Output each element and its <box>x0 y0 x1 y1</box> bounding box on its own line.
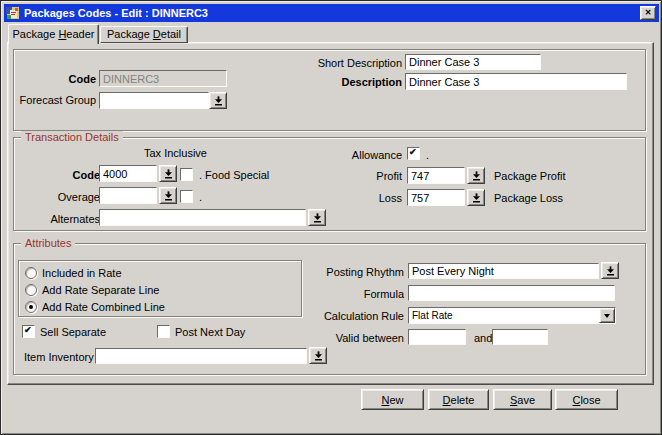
lov-down-arrow-icon <box>164 191 173 201</box>
profit-lov-button[interactable] <box>467 167 485 184</box>
overage-label: Overage <box>42 191 100 204</box>
chevron-down-icon <box>604 314 610 321</box>
calculation-rule-label: Calculation Rule <box>304 310 404 323</box>
new-button[interactable]: New <box>361 389 424 410</box>
valid-from-field[interactable] <box>408 329 466 345</box>
allowance-checkbox[interactable] <box>407 147 420 160</box>
close-icon: ✕ <box>645 8 652 17</box>
calculation-rule-combobox[interactable]: Flat Rate <box>408 307 616 324</box>
food-special-label: . Food Special <box>199 169 269 182</box>
formula-label: Formula <box>304 288 404 301</box>
tax-inclusive-label: Tax Inclusive <box>144 147 207 160</box>
package-loss-label: Package Loss <box>494 192 563 205</box>
short-description-field[interactable] <box>405 54 541 70</box>
calculation-rule-value: Flat Rate <box>409 310 599 321</box>
header-section: Code Forecast Group Short Description De… <box>13 49 646 131</box>
close-window-button[interactable]: Close <box>555 389 618 410</box>
loss-lov-button[interactable] <box>467 189 485 206</box>
lov-down-arrow-icon <box>314 351 323 361</box>
lov-down-arrow-icon <box>214 96 223 106</box>
sell-separate-label: Sell Separate <box>40 326 106 339</box>
lov-down-arrow-icon <box>472 193 481 203</box>
tab-package-detail[interactable]: Package Detail <box>100 26 188 43</box>
title-bar: Packages Codes - Edit : DINNERC3 ✕ <box>4 4 659 22</box>
and-label: and <box>474 332 492 345</box>
attributes-title: Attributes <box>21 237 75 249</box>
valid-to-field[interactable] <box>492 329 548 345</box>
add-rate-separate-line-radio[interactable] <box>25 284 37 296</box>
app-icon <box>6 7 20 20</box>
alternates-field[interactable] <box>99 209 306 226</box>
lov-down-arrow-icon <box>606 266 615 276</box>
post-next-day-label: Post Next Day <box>175 326 245 339</box>
food-special-checkbox[interactable] <box>180 168 193 181</box>
combo-dropdown-button[interactable] <box>599 308 615 323</box>
allowance-checkbox-suffix: . <box>426 149 429 162</box>
allowance-label: Allowance <box>302 149 402 162</box>
tab-package-header[interactable]: Package Header <box>8 24 99 44</box>
formula-field[interactable] <box>408 285 615 301</box>
item-inventory-lov-button[interactable] <box>309 347 327 364</box>
transaction-details-title: Transaction Details <box>21 131 123 143</box>
loss-field[interactable] <box>407 189 465 206</box>
code-label: Code <box>32 73 96 86</box>
lov-down-arrow-icon <box>164 169 173 179</box>
item-inventory-field[interactable] <box>95 348 307 364</box>
rate-options-group: Included in Rate Add Rate Separate Line … <box>18 260 302 317</box>
delete-button[interactable]: Delete <box>428 389 489 410</box>
add-rate-combined-line-radio[interactable] <box>25 301 37 313</box>
transaction-details-section: Transaction Details Tax Inclusive Code .… <box>13 137 646 231</box>
alternates-label: Alternates <box>39 213 100 226</box>
profit-field[interactable] <box>407 167 465 184</box>
save-button[interactable]: Save <box>493 389 552 410</box>
transaction-code-field[interactable] <box>99 165 157 182</box>
forecast-group-label: Forecast Group <box>14 94 96 107</box>
posting-rhythm-label: Posting Rhythm <box>304 266 404 279</box>
posting-rhythm-field[interactable] <box>408 263 599 279</box>
forecast-group-lov-button[interactable] <box>209 92 227 109</box>
included-in-rate-radio[interactable] <box>25 267 37 279</box>
description-field[interactable] <box>405 73 627 90</box>
sell-separate-checkbox[interactable] <box>22 325 35 338</box>
valid-between-label: Valid between <box>304 332 404 345</box>
window-title: Packages Codes - Edit : DINNERC3 <box>24 7 208 19</box>
close-button[interactable]: ✕ <box>640 6 656 20</box>
add-rate-combined-line-label: Add Rate Combined Line <box>42 301 165 314</box>
transaction-code-label: Code <box>42 169 100 182</box>
packages-codes-window: Packages Codes - Edit : DINNERC3 ✕ Packa… <box>0 0 662 435</box>
loss-label: Loss <box>302 192 402 205</box>
short-description-label: Short Description <box>300 57 402 70</box>
item-inventory-label: Item Inventory <box>24 351 94 364</box>
lov-down-arrow-icon <box>313 213 322 223</box>
forecast-group-field[interactable] <box>99 92 209 109</box>
attributes-section: Attributes Included in Rate Add Rate Sep… <box>13 243 646 375</box>
post-next-day-checkbox[interactable] <box>157 325 170 338</box>
overage-field[interactable] <box>99 187 157 204</box>
posting-rhythm-lov-button[interactable] <box>601 262 619 279</box>
alternates-lov-button[interactable] <box>308 209 326 226</box>
transaction-code-lov-button[interactable] <box>159 165 177 182</box>
package-profit-label: Package Profit <box>494 170 566 183</box>
description-label: Description <box>300 76 402 89</box>
lov-down-arrow-icon <box>472 171 481 181</box>
overage-tax-checkbox[interactable] <box>180 190 193 203</box>
overage-lov-button[interactable] <box>159 187 177 204</box>
profit-label: Profit <box>302 170 402 183</box>
included-in-rate-label: Included in Rate <box>42 267 122 280</box>
overage-checkbox-suffix: . <box>199 191 202 204</box>
add-rate-separate-line-label: Add Rate Separate Line <box>42 284 159 297</box>
code-field[interactable] <box>99 70 227 87</box>
